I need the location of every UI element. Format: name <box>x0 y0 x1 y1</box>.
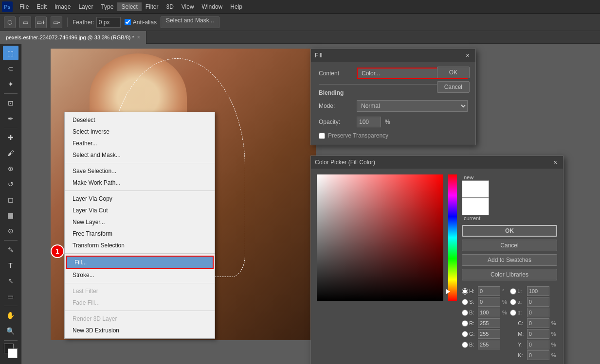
tool-eraser[interactable]: ◻ <box>3 192 18 207</box>
cp-K-input[interactable] <box>527 350 549 360</box>
cp-B2-radio[interactable] <box>462 342 468 348</box>
ctx-deselect[interactable]: Deselect <box>65 114 215 126</box>
cp-S-radio[interactable] <box>462 299 468 305</box>
menu-help[interactable]: Help <box>226 2 246 11</box>
tool-shape[interactable]: ▭ <box>3 289 18 304</box>
cp-G-input[interactable] <box>478 329 500 339</box>
tool-marquee[interactable]: ⬚ <box>3 46 18 60</box>
menu-window[interactable]: Window <box>198 2 227 11</box>
antialias-checkbox[interactable] <box>125 19 131 25</box>
cp-spectrum[interactable] <box>448 174 457 301</box>
ctx-new-3d[interactable]: New 3D Extrusion <box>65 325 215 336</box>
cp-L-input[interactable] <box>527 286 549 296</box>
tool-colors <box>3 344 18 358</box>
feather-label: Feather: <box>73 19 94 26</box>
tool-eyedropper[interactable]: ✒ <box>3 111 18 126</box>
antialias-field[interactable]: Anti-alias <box>125 19 157 26</box>
tool-healing[interactable]: ✚ <box>3 130 18 145</box>
tool-crop[interactable]: ⊡ <box>3 96 18 110</box>
fill-opacity-input[interactable] <box>357 117 381 127</box>
cp-close[interactable]: × <box>551 158 559 166</box>
fill-mode-select[interactable]: Normal Dissolve Multiply Screen <box>357 100 468 112</box>
fill-cancel-btn[interactable]: Cancel <box>437 81 470 93</box>
cp-gradient-bg[interactable] <box>317 174 443 301</box>
cp-H-input[interactable] <box>478 286 500 296</box>
ctx-fade-fill: Fade Fill... <box>65 297 215 309</box>
tool-history[interactable]: ↺ <box>3 177 18 191</box>
tool-dodge[interactable]: ⊙ <box>3 224 18 238</box>
sep-t5 <box>4 340 18 341</box>
cp-ok-btn[interactable]: OK <box>462 225 557 237</box>
ctx-select-mask[interactable]: Select and Mask... <box>65 149 215 161</box>
menu-image[interactable]: Image <box>51 2 74 11</box>
ctx-stroke[interactable]: Stroke... <box>65 269 215 281</box>
cp-b-radio[interactable] <box>510 310 516 316</box>
menu-3d[interactable]: 3D <box>162 2 177 11</box>
cp-Y-input[interactable] <box>527 340 549 349</box>
ctx-free-transform[interactable]: Free Transform <box>65 228 215 240</box>
fill-preserve-checkbox[interactable] <box>319 133 325 139</box>
cp-R-radio[interactable] <box>462 320 468 327</box>
cp-Y-unit: % <box>551 342 557 347</box>
tool-path-select[interactable]: ↖ <box>3 274 18 288</box>
tool-magic-wand[interactable]: ✦ <box>3 77 18 91</box>
ctx-fill[interactable]: Fill... <box>67 257 213 268</box>
menu-filter[interactable]: Filter <box>142 2 163 11</box>
tool-brush[interactable]: 🖌 <box>3 146 18 160</box>
menu-select[interactable]: Select <box>117 2 141 11</box>
cp-b-input[interactable] <box>527 308 549 317</box>
cp-B-input[interactable] <box>478 308 500 317</box>
cp-color-libraries-btn[interactable]: Color Libraries <box>462 269 557 280</box>
fill-ok-btn[interactable]: OK <box>437 67 470 78</box>
document-tab[interactable]: pexels-esther-234072-746496.jpg @ 33.3% … <box>0 31 146 44</box>
rect-select-btn[interactable]: ▭ <box>19 17 31 28</box>
ctx-transform-selection[interactable]: Transform Selection <box>65 240 215 251</box>
cp-a-input[interactable] <box>527 297 549 307</box>
feather-input[interactable] <box>96 17 121 28</box>
cp-B-radio[interactable] <box>462 310 468 316</box>
ctx-sep3 <box>65 253 215 254</box>
fill-dialog-close[interactable]: × <box>464 52 472 59</box>
cp-R-input[interactable] <box>478 318 500 328</box>
tool-preset-btn[interactable]: ⬡ <box>4 17 16 28</box>
cp-B2-input[interactable] <box>478 340 500 349</box>
cp-M-input[interactable] <box>527 329 549 339</box>
menu-layer[interactable]: Layer <box>74 2 97 11</box>
ctx-feather[interactable]: Feather... <box>65 138 215 149</box>
ctx-select-inverse[interactable]: Select Inverse <box>65 126 215 138</box>
cp-gradient-area[interactable] <box>317 174 443 301</box>
select-and-mask-btn[interactable]: Select and Mask... <box>161 17 219 28</box>
tab-close-btn[interactable]: × <box>137 35 140 40</box>
ctx-save-selection[interactable]: Save Selection... <box>65 165 215 177</box>
menu-edit[interactable]: Edit <box>33 2 51 11</box>
cp-H-radio[interactable] <box>462 288 468 295</box>
background-color[interactable] <box>8 348 18 358</box>
cp-K-unit: % <box>551 352 557 358</box>
tool-gradient[interactable]: ▦ <box>3 208 18 223</box>
menu-file[interactable]: File <box>16 2 33 11</box>
cp-S-input[interactable] <box>478 297 500 307</box>
tool-hand[interactable]: ✋ <box>3 308 18 323</box>
tool-text[interactable]: T <box>3 258 18 273</box>
tool-clone[interactable]: ⊕ <box>3 161 18 176</box>
cp-G-radio[interactable] <box>462 331 468 337</box>
ctx-sep2 <box>65 191 215 191</box>
cp-B-label: B: <box>462 310 476 316</box>
cp-current-label: current <box>464 215 480 221</box>
ctx-new-layer[interactable]: New Layer... <box>65 216 215 228</box>
cp-C-input[interactable] <box>527 318 549 328</box>
menu-view[interactable]: View <box>178 2 198 11</box>
tool-pen[interactable]: ✎ <box>3 243 18 257</box>
ctx-layer-via-cut[interactable]: Layer Via Cut <box>65 205 215 216</box>
menu-type[interactable]: Type <box>97 2 117 11</box>
tool-zoom[interactable]: 🔍 <box>3 324 18 338</box>
cp-add-swatches-btn[interactable]: Add to Swatches <box>462 254 557 266</box>
cp-a-radio[interactable] <box>510 299 516 305</box>
sub-select-btn[interactable]: ▭- <box>51 17 62 28</box>
cp-cancel-btn[interactable]: Cancel <box>462 240 557 251</box>
add-select-btn[interactable]: ▭+ <box>35 17 47 28</box>
cp-L-radio[interactable] <box>510 288 516 295</box>
tool-lasso[interactable]: ⊂ <box>3 61 18 76</box>
ctx-make-work-path[interactable]: Make Work Path... <box>65 177 215 189</box>
ctx-layer-via-copy[interactable]: Layer Via Copy <box>65 193 215 205</box>
